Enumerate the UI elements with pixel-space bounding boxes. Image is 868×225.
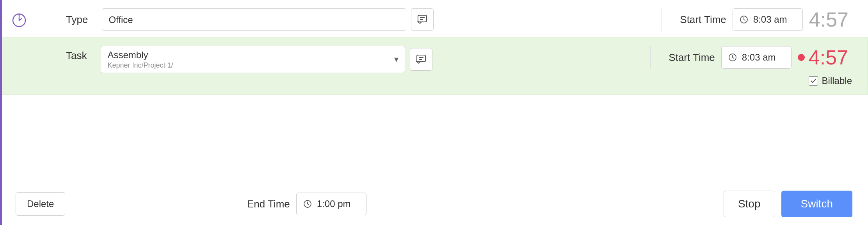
task-name: Assembly <box>107 50 173 61</box>
task-time-row: Start Time 8:03 am 4:57 <box>669 46 852 69</box>
type-comment-button[interactable] <box>411 8 434 31</box>
clock-icon-task <box>728 53 737 62</box>
timer-icon-wrap <box>10 11 28 28</box>
comment-icon <box>417 14 428 25</box>
type-select-wrap: OfficeRemoteFieldOther <box>102 8 644 31</box>
timer-icon <box>11 11 28 28</box>
clock-icon-end <box>303 199 312 209</box>
task-elapsed-time: 4:57 <box>798 46 852 69</box>
svg-rect-5 <box>417 55 425 62</box>
task-start-time-value: 8:03 am <box>742 52 776 63</box>
top-elapsed-time: 4:57 <box>809 8 852 31</box>
task-comment-button[interactable] <box>410 48 432 71</box>
bottom-row: Delete End Time 1:00 pm Stop Switch <box>0 183 868 225</box>
task-sub: Kepner Inc/Project 1/ <box>107 61 173 70</box>
main-container: Type OfficeRemoteFieldOther Start Time <box>0 0 868 225</box>
task-elapsed-value: 4:57 <box>809 46 848 69</box>
end-time-label: End Time <box>247 198 290 210</box>
recording-indicator <box>798 54 805 61</box>
billable-row: Billable <box>809 75 852 86</box>
end-time-value: 1:00 pm <box>317 198 351 209</box>
stop-button[interactable]: Stop <box>724 191 775 217</box>
task-select-text: Assembly Kepner Inc/Project 1/ <box>107 50 173 70</box>
top-start-time-input[interactable]: 8:03 am <box>733 8 803 31</box>
top-divider <box>662 8 662 31</box>
task-row: Task Assembly Kepner Inc/Project 1/ ▾ <box>0 38 868 95</box>
task-label: Task <box>66 46 87 62</box>
type-label: Type <box>66 14 88 26</box>
task-select-wrap: Assembly Kepner Inc/Project 1/ ▾ <box>101 46 632 73</box>
task-right-section: Start Time 8:03 am 4:57 <box>669 46 852 86</box>
sidebar-accent <box>0 0 2 225</box>
task-start-time-label: Start Time <box>669 52 715 64</box>
top-start-time-value: 8:03 am <box>753 14 787 25</box>
top-row: Type OfficeRemoteFieldOther Start Time <box>0 0 868 38</box>
task-divider <box>650 46 651 69</box>
task-start-time-input[interactable]: 8:03 am <box>721 46 792 69</box>
billable-label: Billable <box>822 75 852 86</box>
comment-icon-task <box>416 54 427 65</box>
billable-checkbox[interactable] <box>809 76 818 86</box>
top-start-time-label: Start Time <box>680 14 726 26</box>
top-start-time-section: Start Time 8:03 am <box>680 8 802 31</box>
checkmark-icon <box>810 78 816 84</box>
svg-rect-1 <box>418 15 427 22</box>
clock-icon <box>739 15 749 24</box>
type-select[interactable]: OfficeRemoteFieldOther <box>108 14 400 25</box>
delete-button[interactable]: Delete <box>16 192 65 216</box>
task-dropdown-icon: ▾ <box>394 54 398 64</box>
switch-button[interactable]: Switch <box>781 191 852 217</box>
type-select-box[interactable]: OfficeRemoteFieldOther <box>102 8 406 31</box>
end-time-input[interactable]: 1:00 pm <box>296 193 366 215</box>
task-select-box[interactable]: Assembly Kepner Inc/Project 1/ ▾ <box>101 46 405 73</box>
end-time-section: End Time 1:00 pm <box>247 193 366 215</box>
